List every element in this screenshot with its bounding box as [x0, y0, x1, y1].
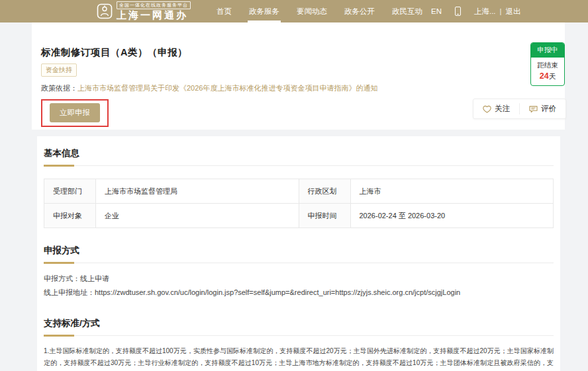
status-state: 申报中 — [531, 43, 564, 58]
section-title: 基本信息 — [44, 148, 79, 158]
heart-icon — [483, 105, 491, 113]
nav-item-disclosure[interactable]: 政务公开 — [336, 0, 383, 22]
cell-label: 行政区划 — [299, 179, 350, 204]
nav-item-services[interactable]: 政务服务 — [240, 0, 288, 22]
apply-now-button[interactable]: 立即申报 — [50, 103, 100, 122]
table-row: 申报对象 企业 申报时间 2026-02-24 至 2026-03-20 — [44, 204, 554, 228]
apply-url-line: 线上申报地址：https://zwdtuser.sh.gov.cn/uc/log… — [44, 286, 554, 300]
nav-item-home[interactable]: 首页 — [208, 0, 240, 22]
shanghai-govt-logo-icon — [97, 3, 113, 19]
cell-value: 上海市 — [350, 179, 554, 204]
nav-item-interaction[interactable]: 政民互动 — [383, 0, 431, 22]
platform-subtitle: 全国一体化在线政务服务平台 — [117, 1, 191, 9]
gold-underline — [44, 335, 74, 337]
follow-button[interactable]: 关注 — [473, 99, 519, 118]
nav-item-news[interactable]: 要闻动态 — [288, 0, 336, 22]
main-nav: 首页 政务服务 要闻动态 政务公开 政民互动 — [208, 0, 431, 22]
logout-link[interactable]: 退出 — [506, 7, 521, 17]
header-right-group: EN 上海... | 退出 — [431, 7, 521, 17]
gold-underline — [44, 262, 74, 264]
funding-support-tag: 资金扶持 — [41, 63, 77, 77]
table-row: 受理部门 上海市市场监督管理局 行政区划 上海市 — [44, 179, 554, 204]
policy-document-link[interactable]: 上海市市场监督管理局关于印发《2026年度上海市标准化推进专项资金项目申请指南》… — [77, 84, 377, 92]
cell-label: 受理部门 — [44, 179, 96, 204]
deadline-label: 距结束 — [531, 61, 564, 70]
comment-bubble-icon — [529, 105, 538, 113]
policy-basis-line: 政策依据：上海市市场监督管理局关于印发《2026年度上海市标准化推进专项资金项目… — [41, 83, 556, 93]
status-badge: 申报中 距结束 24天 — [530, 42, 565, 86]
cell-value: 2026-02-24 至 2026-03-20 — [350, 204, 554, 228]
basic-info-table: 受理部门 上海市市场监督管理局 行政区划 上海市 申报对象 企业 申报时间 20… — [44, 179, 554, 228]
deadline-countdown: 24天 — [531, 70, 564, 85]
section-basic-info: 基本信息 — [44, 147, 554, 166]
gold-underline — [44, 165, 74, 167]
comment-button[interactable]: 评价 — [520, 99, 565, 118]
section-title: 支持标准/方式 — [44, 318, 100, 328]
site-logo[interactable]: 全国一体化在线政务服务平台 上海一网通办 — [97, 1, 191, 21]
cell-label: 申报对象 — [44, 204, 96, 228]
user-menu: 上海... | 退出 — [474, 7, 521, 17]
section-title: 申报方式 — [44, 245, 79, 255]
section-apply-method: 申报方式 申报方式：线上申请 线上申报地址：https://zwdtuser.s… — [44, 244, 554, 300]
support-standard-text: 1.主导国际标准制定的，支持额度不超过100万元，实质性参与国际标准制定的，支持… — [44, 345, 554, 371]
cell-value: 上海市市场监督管理局 — [96, 179, 299, 204]
apply-method-line: 申报方式：线上申请 — [44, 272, 554, 286]
divider: | — [500, 7, 502, 15]
service-title-card: 标准制修订项目（A类）（申报） 资金扶持 政策依据：上海市市场监督管理局关于印发… — [32, 22, 565, 130]
cell-label: 申报时间 — [299, 204, 350, 228]
user-name[interactable]: 上海... — [474, 7, 496, 17]
language-toggle[interactable]: EN — [431, 7, 442, 15]
page-title: 标准制修订项目（A类）（申报） — [41, 46, 556, 59]
site-brand: 上海一网通办 — [117, 10, 191, 21]
follow-comment-card: 关注 评价 — [473, 99, 566, 119]
cell-value: 企业 — [96, 204, 299, 228]
policy-basis-label: 政策依据： — [41, 84, 77, 92]
mobile-phone-icon[interactable] — [455, 7, 461, 16]
top-navbar: 全国一体化在线政务服务平台 上海一网通办 首页 政务服务 要闻动态 政务公开 政… — [0, 0, 588, 22]
detail-card: 基本信息 受理部门 上海市市场监督管理局 行政区划 上海市 申报对象 企业 申报… — [37, 136, 560, 371]
section-support-standard: 支持标准/方式 1.主导国际标准制定的，支持额度不超过100万元，实质性参与国际… — [44, 317, 554, 371]
